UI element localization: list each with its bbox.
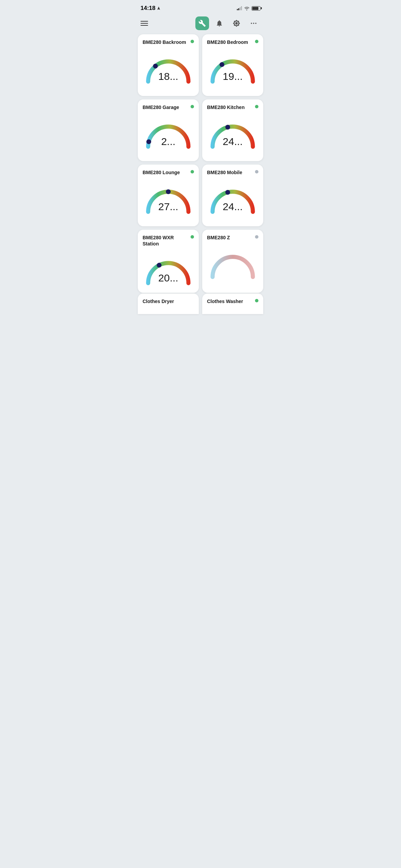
gauge-value: 18... [158, 71, 178, 82]
gauge-container: 24... [207, 178, 258, 215]
card-title: Clothes Dryer [143, 298, 194, 304]
more-icon [250, 20, 257, 27]
more-button[interactable] [247, 16, 260, 30]
gauge-container: 2... [143, 112, 194, 150]
gauge-value: 19... [223, 71, 243, 82]
gauge-canvas [209, 253, 257, 280]
card-bme280-z[interactable]: BME280 Z [202, 230, 263, 293]
time-display: 14:18 [141, 5, 155, 12]
partial-grid: Clothes Dryer Clothes Washer [134, 293, 267, 318]
bell-icon [216, 20, 223, 27]
bell-button[interactable] [212, 16, 226, 30]
card-title: BME280 WXR Station [143, 234, 191, 247]
gauge-value: 27... [158, 201, 178, 213]
gauge-container: 20... [143, 249, 194, 287]
brightness-button[interactable] [230, 16, 243, 30]
brightness-icon [233, 20, 240, 27]
nav-bar [134, 14, 267, 34]
card-header: BME280 Mobile [207, 169, 258, 176]
menu-button[interactable] [141, 21, 148, 26]
gauge-value: 24... [223, 201, 243, 213]
signal-strength [237, 6, 242, 10]
svg-point-1 [253, 23, 254, 24]
card-bme280-mobile[interactable]: BME280 Mobile 24... [202, 165, 263, 226]
navigation-icon [157, 6, 161, 10]
status-dot [191, 235, 194, 239]
gauge-value: 20... [158, 272, 178, 284]
nav-right-icons [195, 16, 260, 30]
status-dot [255, 299, 258, 302]
status-icons [237, 6, 260, 11]
card-bme280-lounge[interactable]: BME280 Lounge 27... [138, 165, 199, 226]
status-bar: 14:18 [134, 0, 267, 14]
card-header: BME280 WXR Station [143, 234, 194, 247]
cards-grid: BME280 Backroom 18... BME280 Bedroom 19.… [134, 34, 267, 297]
status-dot [191, 40, 194, 43]
card-header: BME280 Garage [143, 104, 194, 110]
card-title: BME280 Garage [143, 104, 191, 110]
card-header: Clothes Dryer [143, 298, 194, 304]
card-header: BME280 Bedroom [207, 39, 258, 45]
wrench-icon [198, 20, 206, 27]
card-bme280-backroom[interactable]: BME280 Backroom 18... [138, 34, 199, 96]
card-header: BME280 Backroom [143, 39, 194, 45]
gauge-container: 24... [207, 112, 258, 150]
svg-point-0 [251, 23, 252, 24]
status-dot [255, 40, 258, 43]
card-bme280-wxr[interactable]: BME280 WXR Station 20... [138, 230, 199, 293]
card-header: BME280 Kitchen [207, 104, 258, 110]
card-title: BME280 Kitchen [207, 104, 255, 110]
gauge-container: 18... [143, 47, 194, 85]
card-header: BME280 Z [207, 234, 258, 241]
card-header: BME280 Lounge [143, 169, 194, 176]
gauge-value: 2... [161, 136, 175, 147]
svg-point-2 [255, 23, 257, 24]
partial-card-clothes-washer[interactable]: Clothes Washer [202, 293, 263, 314]
status-dot [191, 170, 194, 173]
status-dot [191, 105, 194, 108]
status-dot [255, 170, 258, 173]
card-title: BME280 Backroom [143, 39, 191, 45]
wifi-icon [244, 6, 250, 10]
card-title: Clothes Washer [207, 298, 255, 304]
card-title: BME280 Mobile [207, 169, 255, 176]
card-bme280-garage[interactable]: BME280 Garage 2... [138, 99, 199, 161]
card-bme280-bedroom[interactable]: BME280 Bedroom 19... [202, 34, 263, 96]
card-title: BME280 Z [207, 234, 255, 241]
status-dot [255, 235, 258, 239]
gauge-container [207, 243, 258, 280]
card-title: BME280 Bedroom [207, 39, 255, 45]
partial-card-clothes-dryer[interactable]: Clothes Dryer [138, 293, 199, 314]
card-title: BME280 Lounge [143, 169, 191, 176]
wrench-button[interactable] [195, 16, 209, 30]
status-time: 14:18 [141, 5, 161, 12]
status-dot [255, 105, 258, 108]
gauge-container: 19... [207, 47, 258, 85]
card-header: Clothes Washer [207, 298, 258, 304]
card-bme280-kitchen[interactable]: BME280 Kitchen 24... [202, 99, 263, 161]
battery-icon [252, 6, 260, 11]
gauge-container: 27... [143, 178, 194, 215]
gauge-value: 24... [223, 136, 243, 147]
